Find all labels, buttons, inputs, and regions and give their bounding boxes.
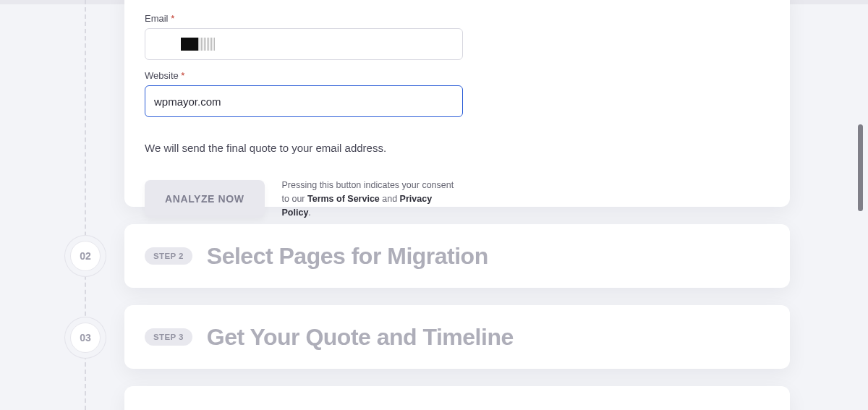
next-card-peek <box>124 386 790 410</box>
terms-of-service-link[interactable]: Terms of Service <box>307 194 380 204</box>
step2-pill: STEP 2 <box>145 247 192 265</box>
step2-card[interactable]: STEP 2 Select Pages for Migration <box>124 224 790 288</box>
scrollbar-thumb[interactable] <box>858 124 863 211</box>
redaction-overlay <box>181 38 216 51</box>
step3-pill: STEP 3 <box>145 328 192 346</box>
required-asterisk: * <box>181 70 184 81</box>
consent-and: and <box>380 194 400 204</box>
step-circle-02: 02 <box>70 241 101 271</box>
email-label: Email * <box>145 13 770 24</box>
required-asterisk: * <box>171 13 174 24</box>
website-label: Website * <box>145 70 770 81</box>
consent-text: Pressing this button indicates your cons… <box>282 179 463 219</box>
step2-title: Select Pages for Migration <box>207 243 488 270</box>
email-label-text: Email <box>145 13 169 24</box>
analyze-now-button[interactable]: ANALYZE NOW <box>145 180 265 218</box>
step-circle-03: 03 <box>70 323 101 353</box>
step3-title: Get Your Quote and Timeline <box>207 324 514 351</box>
quote-note: We will send the final quote to your ema… <box>145 142 770 154</box>
website-input[interactable] <box>145 85 463 117</box>
step3-card[interactable]: STEP 3 Get Your Quote and Timeline <box>124 305 790 369</box>
website-label-text: Website <box>145 70 179 81</box>
step1-form-card: Email * Website * We will send the final… <box>124 0 790 207</box>
consent-suffix: . <box>308 208 310 218</box>
